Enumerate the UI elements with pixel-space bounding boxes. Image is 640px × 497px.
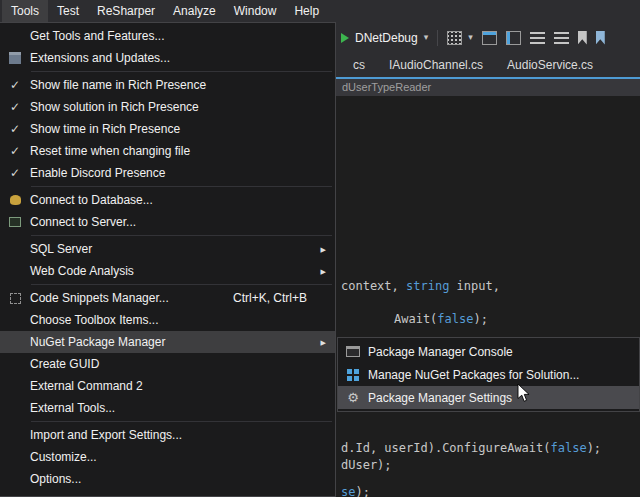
menu-help[interactable]: Help bbox=[285, 0, 328, 22]
snippets-icon bbox=[10, 293, 21, 304]
menu-item-import-export-settings[interactable]: Import and Export Settings... bbox=[0, 424, 335, 446]
menu-item-show-time[interactable]: ✓ Show time in Rich Presence bbox=[0, 118, 335, 140]
gear-icon: ⚙ bbox=[347, 391, 359, 404]
menu-test[interactable]: Test bbox=[48, 0, 88, 22]
tab-iaudiochannel[interactable]: IAudioChannel.cs bbox=[377, 53, 495, 77]
menu-item-external-command-2[interactable]: External Command 2 bbox=[0, 375, 335, 397]
grid-icon bbox=[447, 31, 462, 45]
submenu-item-package-manager-console[interactable]: Package Manager Console bbox=[338, 340, 639, 363]
checkmark-icon: ✓ bbox=[10, 79, 20, 91]
chevron-down-icon: ▾ bbox=[468, 33, 473, 42]
chevron-down-icon: ▾ bbox=[424, 33, 429, 42]
tab-partial[interactable]: cs bbox=[341, 53, 377, 77]
menu-item-show-file-name[interactable]: ✓ Show file name in Rich Presence bbox=[0, 74, 335, 96]
open-window-icon[interactable] bbox=[506, 31, 521, 45]
menu-item-nuget-package-manager[interactable]: NuGet Package Manager ▶ bbox=[0, 331, 335, 353]
code-line: d.Id, userId).ConfigureAwait(false); bbox=[341, 441, 601, 455]
nuget-submenu: Package Manager Console Manage NuGet Pac… bbox=[337, 337, 640, 412]
menu-item-sql-server[interactable]: SQL Server ▶ bbox=[0, 238, 335, 260]
submenu-item-package-manager-settings[interactable]: ⚙ Package Manager Settings bbox=[338, 386, 639, 409]
menu-item-choose-toolbox-items[interactable]: Choose Toolbox Items... bbox=[0, 309, 335, 331]
shortcut-label: Ctrl+K, Ctrl+B bbox=[233, 291, 307, 305]
checkmark-icon: ✓ bbox=[10, 101, 20, 113]
menu-item-get-tools[interactable]: Get Tools and Features... bbox=[0, 25, 335, 47]
code-line: context, string input, bbox=[341, 279, 500, 293]
code-line: se); bbox=[341, 485, 370, 497]
menu-analyze[interactable]: Analyze bbox=[164, 0, 225, 22]
start-debug-button[interactable]: DNetDebug ▾ bbox=[341, 31, 428, 45]
new-window-icon[interactable] bbox=[482, 31, 497, 45]
menu-item-reset-time[interactable]: ✓ Reset time when changing file bbox=[0, 140, 335, 162]
menu-item-connect-to-database[interactable]: Connect to Database... bbox=[0, 189, 335, 211]
vs-window: Tools Test ReSharper Analyze Window Help… bbox=[0, 0, 640, 497]
checkmark-icon: ✓ bbox=[10, 123, 20, 135]
bookmark-next-icon[interactable] bbox=[596, 31, 605, 45]
toolbar-dropdown-button[interactable]: ▾ bbox=[447, 31, 473, 45]
tools-menu: Get Tools and Features... Extensions and… bbox=[0, 22, 336, 497]
indent-decrease-icon[interactable] bbox=[530, 32, 545, 44]
code-line: dUser); bbox=[341, 458, 392, 472]
code-line: Await(false); bbox=[394, 312, 488, 326]
menubar: Tools Test ReSharper Analyze Window Help bbox=[0, 0, 640, 22]
console-icon bbox=[346, 346, 360, 357]
debug-target-label: DNetDebug bbox=[355, 31, 418, 45]
checkmark-icon: ✓ bbox=[10, 167, 20, 179]
submenu-item-manage-nuget-packages[interactable]: Manage NuGet Packages for Solution... bbox=[338, 363, 639, 386]
menu-item-options[interactable]: Options... bbox=[0, 468, 335, 490]
submenu-arrow-icon: ▶ bbox=[321, 339, 326, 346]
mouse-cursor bbox=[517, 383, 531, 404]
checkmark-icon: ✓ bbox=[10, 145, 20, 157]
submenu-arrow-icon: ▶ bbox=[321, 268, 326, 275]
menu-item-customize[interactable]: Customize... bbox=[0, 446, 335, 468]
menu-item-web-code-analysis[interactable]: Web Code Analysis ▶ bbox=[0, 260, 335, 282]
submenu-arrow-icon: ▶ bbox=[321, 246, 326, 253]
menu-item-enable-discord-presence[interactable]: ✓ Enable Discord Presence bbox=[0, 162, 335, 184]
toolbar-separator bbox=[437, 30, 438, 46]
menu-resharper[interactable]: ReSharper bbox=[88, 0, 164, 22]
menu-item-code-snippets-manager[interactable]: Code Snippets Manager... Ctrl+K, Ctrl+B bbox=[0, 287, 335, 309]
packages-icon bbox=[347, 369, 359, 381]
database-icon bbox=[10, 195, 21, 205]
menu-window[interactable]: Window bbox=[225, 0, 286, 22]
bookmark-icon[interactable] bbox=[578, 31, 587, 45]
extensions-icon bbox=[9, 52, 21, 64]
menu-item-create-guid[interactable]: Create GUID bbox=[0, 353, 335, 375]
menu-item-show-solution[interactable]: ✓ Show solution in Rich Presence bbox=[0, 96, 335, 118]
indent-increase-icon[interactable] bbox=[554, 32, 569, 44]
play-icon bbox=[341, 33, 349, 43]
menu-item-extensions-and-updates[interactable]: Extensions and Updates... bbox=[0, 47, 335, 69]
menu-tools[interactable]: Tools bbox=[2, 0, 48, 22]
menu-item-connect-to-server[interactable]: Connect to Server... bbox=[0, 211, 335, 233]
tab-audioservice[interactable]: AudioService.cs bbox=[495, 53, 605, 77]
server-icon bbox=[9, 217, 21, 227]
menu-item-external-tools[interactable]: External Tools... bbox=[0, 397, 335, 419]
